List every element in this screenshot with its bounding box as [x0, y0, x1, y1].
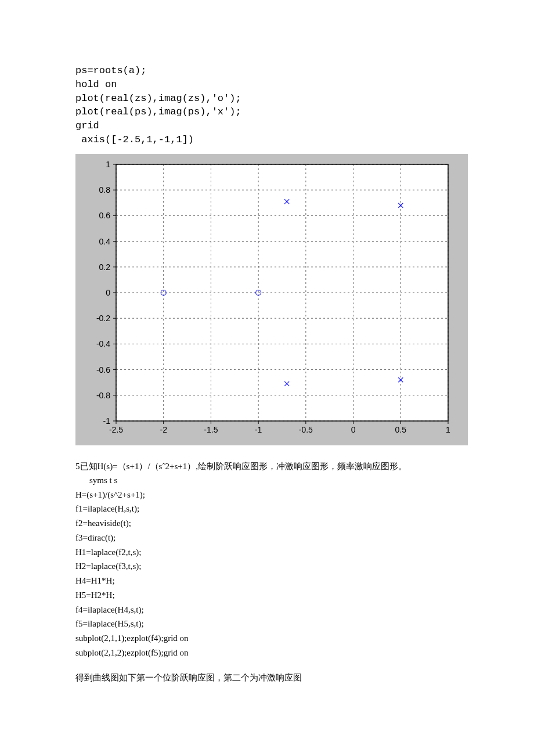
code-line: f3=dirac(t); [75, 531, 464, 545]
svg-text:-0.2: -0.2 [96, 314, 110, 323]
matlab-code-block: ps=roots(a); hold on plot(real(zs),imag(… [75, 64, 464, 147]
svg-text:0.5: 0.5 [395, 425, 407, 434]
code-line: f5=ilaplace(H5,s,t); [75, 617, 464, 631]
code-line: subplot(2,1,2);ezplot(f5);grid on [75, 646, 464, 660]
code-line: subplot(2,1,1);ezplot(f4);grid on [75, 631, 464, 646]
code-line: syms t s [75, 473, 464, 488]
code-line: f2=heaviside(t); [75, 516, 464, 531]
code-line: hold on [75, 79, 117, 90]
svg-text:-0.5: -0.5 [299, 425, 313, 434]
svg-text:-0.6: -0.6 [96, 365, 110, 374]
svg-text:-2: -2 [160, 425, 167, 434]
code-line: H=(s+1)/(s^2+s+1); [75, 488, 464, 502]
figure-container: -2.5-2-1.5-1-0.500.51-1-0.8-0.6-0.4-0.20… [75, 154, 468, 445]
svg-text:0: 0 [351, 425, 356, 434]
result-text: 得到曲线图如下第一个位阶跃响应图，第二个为冲激响应图 [75, 671, 464, 685]
code-line: plot(real(zs),imag(zs),'o'); [75, 93, 241, 104]
svg-text:-0.4: -0.4 [96, 339, 110, 348]
svg-text:1: 1 [446, 425, 450, 434]
code-line: H4=H1*H; [75, 574, 464, 588]
document-page: ps=roots(a); hold on plot(real(zs),imag(… [0, 0, 534, 719]
code-line: H2=laplace(f3,t,s); [75, 559, 464, 574]
svg-text:-2.5: -2.5 [109, 425, 123, 434]
code-line: plot(real(ps),imag(ps),'x'); [75, 106, 241, 117]
svg-text:0.8: 0.8 [99, 185, 111, 195]
code-line: f4=ilaplace(H4,s,t); [75, 603, 464, 617]
problem-statement: 5已知H(s)=（s+1）/（sˆ2+s+1）,绘制阶跃响应图形，冲激响应图形，… [75, 459, 464, 473]
code-line: f1=ilaplace(H,s,t); [75, 502, 464, 516]
svg-text:-0.8: -0.8 [96, 391, 110, 400]
pole-zero-plot: -2.5-2-1.5-1-0.500.51-1-0.8-0.6-0.4-0.20… [80, 159, 454, 438]
svg-text:1: 1 [106, 160, 110, 169]
svg-text:0: 0 [106, 288, 110, 297]
code-line: ps=roots(a); [75, 65, 146, 76]
code-line: H5=H2*H; [75, 588, 464, 603]
svg-text:0.6: 0.6 [99, 211, 111, 220]
code-line: H1=laplace(f2,t,s); [75, 545, 464, 560]
svg-text:0.2: 0.2 [99, 262, 111, 272]
code-line: grid [75, 120, 99, 131]
svg-text:-1: -1 [103, 416, 111, 426]
code-line: axis([-2.5,1,-1,1]) [75, 134, 194, 145]
svg-text:0.4: 0.4 [99, 236, 111, 246]
svg-text:-1.5: -1.5 [204, 425, 218, 434]
svg-text:-1: -1 [255, 425, 262, 434]
problem-5: 5已知H(s)=（s+1）/（sˆ2+s+1）,绘制阶跃响应图形，冲激响应图形，… [75, 459, 464, 685]
